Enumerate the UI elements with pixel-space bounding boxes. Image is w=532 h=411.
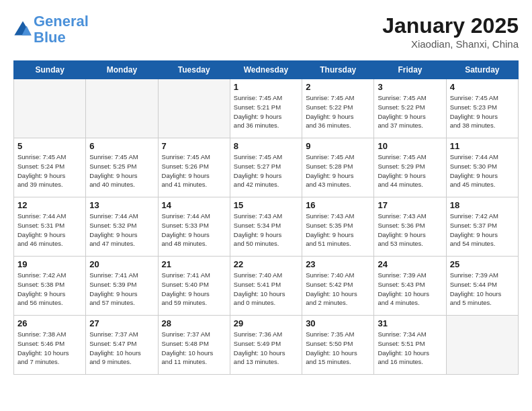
day-info: Sunrise: 7:45 AM Sunset: 5:22 PM Dayligh… xyxy=(306,93,370,130)
col-sunday: Sunday xyxy=(14,61,86,79)
table-row: 6Sunrise: 7:45 AM Sunset: 5:25 PM Daylig… xyxy=(86,138,158,197)
table-row: 10Sunrise: 7:45 AM Sunset: 5:29 PM Dayli… xyxy=(374,138,446,197)
table-row: 30Sunrise: 7:35 AM Sunset: 5:50 PM Dayli… xyxy=(302,316,374,375)
day-number: 18 xyxy=(450,200,515,210)
day-info: Sunrise: 7:34 AM Sunset: 5:51 PM Dayligh… xyxy=(378,330,442,367)
calendar-week-row: 1Sunrise: 7:45 AM Sunset: 5:21 PM Daylig… xyxy=(14,79,519,138)
day-info: Sunrise: 7:38 AM Sunset: 5:46 PM Dayligh… xyxy=(17,330,82,367)
table-row: 8Sunrise: 7:45 AM Sunset: 5:27 PM Daylig… xyxy=(230,138,302,197)
table-row: 20Sunrise: 7:41 AM Sunset: 5:39 PM Dayli… xyxy=(86,257,158,316)
day-info: Sunrise: 7:45 AM Sunset: 5:28 PM Dayligh… xyxy=(306,152,370,189)
day-number: 11 xyxy=(450,141,515,151)
table-row xyxy=(86,79,158,138)
logo-icon xyxy=(13,20,32,39)
day-number: 17 xyxy=(378,200,442,210)
day-number: 28 xyxy=(162,318,226,328)
table-row: 24Sunrise: 7:39 AM Sunset: 5:43 PM Dayli… xyxy=(374,257,446,316)
day-number: 3 xyxy=(378,82,442,92)
table-row: 29Sunrise: 7:36 AM Sunset: 5:49 PM Dayli… xyxy=(230,316,302,375)
table-row: 26Sunrise: 7:38 AM Sunset: 5:46 PM Dayli… xyxy=(14,316,86,375)
table-row: 17Sunrise: 7:43 AM Sunset: 5:36 PM Dayli… xyxy=(374,197,446,257)
day-info: Sunrise: 7:45 AM Sunset: 5:24 PM Dayligh… xyxy=(17,152,82,189)
day-number: 27 xyxy=(89,318,154,328)
table-row: 14Sunrise: 7:44 AM Sunset: 5:33 PM Dayli… xyxy=(158,197,230,257)
table-row: 22Sunrise: 7:40 AM Sunset: 5:41 PM Dayli… xyxy=(230,257,302,316)
day-number: 31 xyxy=(378,318,442,328)
day-number: 4 xyxy=(450,82,515,92)
day-number: 7 xyxy=(162,141,226,151)
table-row: 27Sunrise: 7:37 AM Sunset: 5:47 PM Dayli… xyxy=(86,316,158,375)
calendar-week-row: 19Sunrise: 7:42 AM Sunset: 5:38 PM Dayli… xyxy=(14,257,519,316)
day-info: Sunrise: 7:44 AM Sunset: 5:31 PM Dayligh… xyxy=(17,212,82,248)
day-number: 21 xyxy=(162,259,226,269)
day-info: Sunrise: 7:45 AM Sunset: 5:22 PM Dayligh… xyxy=(378,93,442,130)
day-number: 14 xyxy=(162,200,226,210)
day-number: 5 xyxy=(17,141,82,151)
table-row xyxy=(158,79,230,138)
calendar-week-row: 26Sunrise: 7:38 AM Sunset: 5:46 PM Dayli… xyxy=(14,316,519,375)
table-row xyxy=(446,316,518,375)
day-number: 8 xyxy=(234,141,298,151)
calendar-subtitle: Xiaodian, Shanxi, China xyxy=(382,38,519,50)
table-row: 12Sunrise: 7:44 AM Sunset: 5:31 PM Dayli… xyxy=(14,197,86,257)
logo-text: General Blue xyxy=(34,13,89,46)
day-info: Sunrise: 7:40 AM Sunset: 5:41 PM Dayligh… xyxy=(234,271,298,308)
day-number: 26 xyxy=(17,318,82,328)
table-row: 23Sunrise: 7:40 AM Sunset: 5:42 PM Dayli… xyxy=(302,257,374,316)
table-row: 21Sunrise: 7:41 AM Sunset: 5:40 PM Dayli… xyxy=(158,257,230,316)
day-number: 6 xyxy=(89,141,154,151)
day-info: Sunrise: 7:37 AM Sunset: 5:48 PM Dayligh… xyxy=(162,330,226,367)
day-info: Sunrise: 7:42 AM Sunset: 5:37 PM Dayligh… xyxy=(450,212,515,248)
table-row: 3Sunrise: 7:45 AM Sunset: 5:22 PM Daylig… xyxy=(374,79,446,138)
day-number: 2 xyxy=(306,82,370,92)
day-number: 15 xyxy=(234,200,298,210)
logo: General Blue xyxy=(13,13,89,46)
calendar-table: Sunday Monday Tuesday Wednesday Thursday… xyxy=(13,60,519,375)
day-info: Sunrise: 7:37 AM Sunset: 5:47 PM Dayligh… xyxy=(89,330,154,367)
day-info: Sunrise: 7:43 AM Sunset: 5:36 PM Dayligh… xyxy=(378,212,442,248)
col-monday: Monday xyxy=(86,61,158,79)
day-info: Sunrise: 7:40 AM Sunset: 5:42 PM Dayligh… xyxy=(306,271,370,308)
day-info: Sunrise: 7:44 AM Sunset: 5:33 PM Dayligh… xyxy=(162,212,226,248)
day-info: Sunrise: 7:44 AM Sunset: 5:32 PM Dayligh… xyxy=(89,212,154,248)
day-info: Sunrise: 7:45 AM Sunset: 5:29 PM Dayligh… xyxy=(378,152,442,189)
day-info: Sunrise: 7:45 AM Sunset: 5:25 PM Dayligh… xyxy=(89,152,154,189)
col-thursday: Thursday xyxy=(302,61,374,79)
col-saturday: Saturday xyxy=(446,61,518,79)
day-info: Sunrise: 7:39 AM Sunset: 5:44 PM Dayligh… xyxy=(450,271,515,308)
logo-line2: Blue xyxy=(34,29,66,46)
logo-line1: General xyxy=(34,13,89,30)
day-number: 29 xyxy=(234,318,298,328)
day-number: 9 xyxy=(306,141,370,151)
day-number: 30 xyxy=(306,318,370,328)
day-number: 10 xyxy=(378,141,442,151)
table-row: 4Sunrise: 7:45 AM Sunset: 5:23 PM Daylig… xyxy=(446,79,518,138)
table-row: 25Sunrise: 7:39 AM Sunset: 5:44 PM Dayli… xyxy=(446,257,518,316)
day-number: 22 xyxy=(234,259,298,269)
calendar-week-row: 5Sunrise: 7:45 AM Sunset: 5:24 PM Daylig… xyxy=(14,138,519,197)
table-row: 18Sunrise: 7:42 AM Sunset: 5:37 PM Dayli… xyxy=(446,197,518,257)
day-number: 16 xyxy=(306,200,370,210)
day-info: Sunrise: 7:35 AM Sunset: 5:50 PM Dayligh… xyxy=(306,330,370,367)
day-info: Sunrise: 7:45 AM Sunset: 5:27 PM Dayligh… xyxy=(234,152,298,189)
table-row: 7Sunrise: 7:45 AM Sunset: 5:26 PM Daylig… xyxy=(158,138,230,197)
table-row: 13Sunrise: 7:44 AM Sunset: 5:32 PM Dayli… xyxy=(86,197,158,257)
table-row: 15Sunrise: 7:43 AM Sunset: 5:34 PM Dayli… xyxy=(230,197,302,257)
table-row: 2Sunrise: 7:45 AM Sunset: 5:22 PM Daylig… xyxy=(302,79,374,138)
col-tuesday: Tuesday xyxy=(158,61,230,79)
day-info: Sunrise: 7:45 AM Sunset: 5:26 PM Dayligh… xyxy=(162,152,226,189)
day-info: Sunrise: 7:44 AM Sunset: 5:30 PM Dayligh… xyxy=(450,152,515,189)
table-row: 28Sunrise: 7:37 AM Sunset: 5:48 PM Dayli… xyxy=(158,316,230,375)
table-row: 16Sunrise: 7:43 AM Sunset: 5:35 PM Dayli… xyxy=(302,197,374,257)
table-row: 9Sunrise: 7:45 AM Sunset: 5:28 PM Daylig… xyxy=(302,138,374,197)
header: General Blue January 2025 Xiaodian, Shan… xyxy=(13,13,519,50)
day-number: 12 xyxy=(17,200,82,210)
col-friday: Friday xyxy=(374,61,446,79)
table-row xyxy=(14,79,86,138)
day-number: 23 xyxy=(306,259,370,269)
table-row: 5Sunrise: 7:45 AM Sunset: 5:24 PM Daylig… xyxy=(14,138,86,197)
day-number: 25 xyxy=(450,259,515,269)
page-container: General Blue January 2025 Xiaodian, Shan… xyxy=(0,0,532,388)
day-info: Sunrise: 7:39 AM Sunset: 5:43 PM Dayligh… xyxy=(378,271,442,308)
day-info: Sunrise: 7:43 AM Sunset: 5:35 PM Dayligh… xyxy=(306,212,370,248)
